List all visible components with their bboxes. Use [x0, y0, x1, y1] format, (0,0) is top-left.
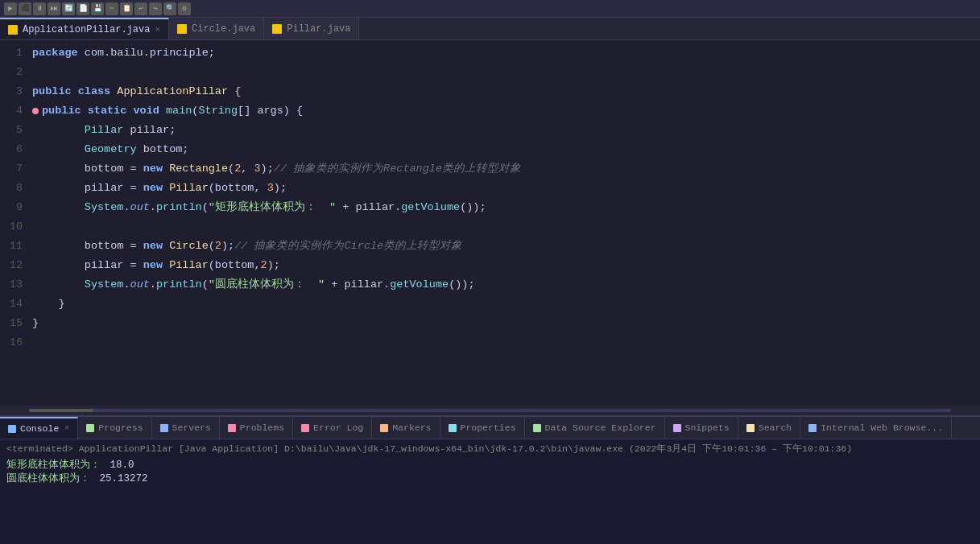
num-3-7: 3	[254, 159, 260, 179]
paren-8: (	[209, 179, 215, 198]
dot2-9: .	[150, 198, 156, 217]
brace-open-3: {	[234, 82, 241, 101]
tab-circle[interactable]: Circle.java	[169, 18, 264, 39]
tab-applicationpillar[interactable]: ApplicationPillar.java ×	[0, 18, 169, 39]
dot-9: .	[123, 198, 130, 217]
snippets-icon	[673, 424, 681, 432]
bottom-tab-snippets[interactable]: Snippets	[665, 417, 738, 439]
code-line-4: public static void main(String[] args) {	[32, 101, 980, 121]
console-header: <terminated> ApplicationPillar [Java App…	[6, 443, 974, 455]
line-numbers: 1 2 3 4 5 6 7 8 9 10 11 12 13 14 15 16	[0, 43, 29, 402]
bottom-tab-console[interactable]: Console ×	[0, 417, 78, 439]
toolbar-icon-12[interactable]: 🔍	[163, 2, 176, 15]
ln-10: 10	[3, 217, 23, 237]
paren-close-9: ());	[460, 198, 486, 217]
bottom-tab-markers[interactable]: Markers	[372, 417, 440, 439]
bottom-tab-properties[interactable]: Properties	[440, 417, 525, 439]
toolbar-icon-9[interactable]: 📋	[120, 2, 133, 15]
scrollbar-track[interactable]	[29, 409, 951, 412]
toolbar-icon-13[interactable]: ⚙	[178, 2, 191, 15]
paren-13: (	[202, 275, 209, 295]
classname-applicationpillar: ApplicationPillar	[117, 82, 234, 101]
paren-11: (	[209, 237, 215, 256]
ln-16: 16	[3, 333, 23, 352]
arg-bottom-12: bottom	[215, 256, 254, 275]
ln-12: 12	[3, 256, 23, 275]
problems-icon	[228, 424, 236, 432]
horizontal-scrollbar[interactable]	[0, 406, 980, 415]
toolbar-icon-10[interactable]: ↩	[134, 2, 147, 15]
toolbar-icon-1[interactable]: ▶	[4, 2, 17, 15]
java-file-icon	[8, 25, 18, 35]
output-value-1: 18.0	[110, 460, 134, 471]
paren-4: (	[192, 101, 198, 121]
paren-close-11: );	[221, 237, 234, 256]
console-output-line-2: 圆底柱体体积为： 25.13272	[6, 472, 974, 485]
code-line-5: Pillar pillar;	[32, 121, 980, 140]
classname-circle-11: Circle	[169, 237, 209, 256]
paren-close-8: );	[274, 179, 287, 198]
code-line-6: Geometry bottom;	[32, 140, 980, 159]
servers-icon	[160, 424, 168, 432]
dot-13: .	[123, 275, 130, 295]
bottom-tab-search-label: Search	[759, 422, 792, 433]
editor-container: 1 2 3 4 5 6 7 8 9 10 11 12 13 14 15 16	[0, 40, 980, 415]
ln-13: 13	[3, 275, 23, 295]
code-line-11: bottom = new Circle(2);// 抽象类的实例作为Circle…	[32, 237, 980, 256]
properties-icon	[449, 424, 457, 432]
bottom-tab-console-close[interactable]: ×	[64, 424, 69, 433]
eq-8: =	[130, 179, 143, 198]
console-output-line-1: 矩形底柱体体积为： 18.0	[6, 458, 974, 472]
toolbar-icon-4[interactable]: ⏭	[48, 2, 60, 15]
toolbar-icon-6[interactable]: 📄	[76, 2, 89, 15]
tab-close-applicationpillar[interactable]: ×	[155, 25, 160, 35]
toolbar-icon-11[interactable]: ↪	[149, 2, 162, 15]
brace-close-15: }	[32, 314, 39, 333]
progress-icon	[86, 424, 94, 432]
method-println-9: println	[156, 198, 202, 217]
classname-rect-7: Rectangle	[169, 159, 228, 179]
kw-out-13: out	[130, 275, 150, 295]
code-lines: package com.bailu.principle; public clas…	[29, 43, 980, 402]
markers-icon	[380, 424, 388, 432]
bottom-panel: Console × Progress Servers Problems Erro…	[0, 415, 980, 544]
code-line-15: }	[32, 314, 980, 333]
ln-5: 5	[3, 121, 23, 140]
plus-9: +	[336, 198, 355, 217]
scrollbar-thumb[interactable]	[29, 409, 93, 412]
kw-new-12: new	[143, 256, 169, 275]
ln-1: 1	[3, 43, 23, 63]
toolbar-icon-7[interactable]: 💾	[91, 2, 104, 15]
output-value-2: 25.13272	[100, 473, 148, 484]
eq-7: =	[130, 159, 143, 179]
toolbar-icon-3[interactable]: ⏸	[33, 2, 46, 15]
var-bottom-7: bottom	[85, 159, 130, 179]
tab-label-applicationpillar: ApplicationPillar.java	[23, 24, 150, 35]
bottom-tab-errorlog[interactable]: Error Log	[293, 417, 372, 439]
paren-close-12: );	[267, 256, 280, 275]
eq-12: =	[130, 256, 143, 275]
toolbar-icon-2[interactable]: ⬛	[19, 2, 31, 15]
comma-7: ,	[241, 159, 254, 179]
bottom-tab-search[interactable]: Search	[738, 417, 800, 439]
ln-8: 8	[3, 179, 23, 198]
ln-2: 2	[3, 63, 23, 82]
editor-pane[interactable]: 1 2 3 4 5 6 7 8 9 10 11 12 13 14 15 16	[0, 40, 980, 415]
bottom-tab-datasource[interactable]: Data Source Explorer	[525, 417, 665, 439]
ln-4: 4	[3, 101, 23, 121]
code-line-16	[32, 333, 980, 352]
kw-class-3: class	[78, 82, 118, 101]
bottom-tab-problems[interactable]: Problems	[220, 417, 293, 439]
toolbar-icon-8[interactable]: ✂	[105, 2, 118, 15]
indent-13	[32, 275, 85, 295]
brace-close-14: }	[58, 295, 64, 314]
tab-pillar[interactable]: Pillar.java	[264, 18, 359, 39]
bottom-tab-browser[interactable]: Internal Web Browse...	[800, 417, 952, 439]
bottom-tab-progress[interactable]: Progress	[78, 417, 151, 439]
bottom-tab-properties-label: Properties	[461, 422, 516, 433]
tab-label-circle: Circle.java	[192, 23, 255, 35]
bottom-tab-servers[interactable]: Servers	[152, 417, 220, 439]
code-line-13: System.out.println("圆底柱体体积为： " + pillar.…	[32, 275, 980, 295]
toolbar-icon-5[interactable]: 🔄	[62, 2, 75, 15]
type-pillar-5: Pillar	[85, 121, 130, 140]
